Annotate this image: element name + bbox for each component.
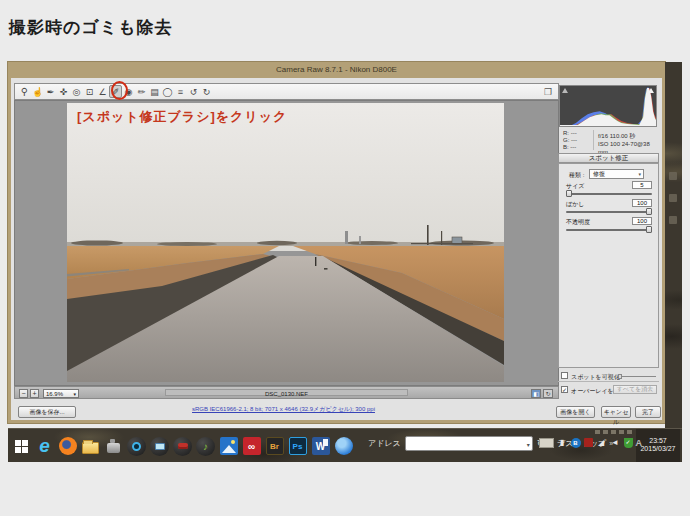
desktop-icon[interactable] (669, 172, 677, 180)
before-after-icon[interactable]: ◧ (531, 389, 541, 398)
taskbar-clock[interactable]: 23:57 2015/03/27 (636, 429, 680, 462)
pen-tray-icon[interactable]: ▮ (557, 437, 568, 448)
preview-statusbar: − + ▾16.9% DSC_0130.NEF ◧ ↻ (14, 386, 559, 399)
taskbar-media-player[interactable] (125, 433, 148, 459)
graduated-filter-tool-icon[interactable]: ▤ (148, 85, 161, 98)
clock-date: 2015/03/27 (636, 445, 680, 453)
radial-filter-tool-icon[interactable]: ◯ (161, 85, 174, 98)
fullscreen-toggle-icon[interactable]: ❐ (542, 86, 554, 98)
desktop-wallpaper (665, 62, 682, 428)
taskbar-file-explorer[interactable] (79, 433, 102, 459)
color-sampler-tool-icon[interactable]: ✜ (57, 85, 70, 98)
preferences-icon[interactable]: ≡ (174, 85, 187, 98)
folder-icon (82, 442, 99, 454)
divider (558, 381, 659, 382)
zoom-level-select[interactable]: ▾16.9% (43, 389, 79, 398)
zoom-tool-icon[interactable]: ⚲ (18, 85, 31, 98)
taskbar-photos-app[interactable] (217, 433, 240, 459)
clock-time: 23:57 (636, 437, 680, 445)
network-icon[interactable]: ◢ (596, 437, 607, 448)
save-image-button[interactable]: 画像を保存... (18, 406, 76, 418)
window-body: ⚲ ☝ ✒ ✜ ◎ ⊡ ∠ ✐ ◉ ✏ ▤ ◯ ≡ ↺ ↻ ❐ (11, 78, 662, 420)
done-button[interactable]: 完了 (635, 406, 661, 418)
touch-keyboard-icon[interactable] (539, 438, 554, 448)
targeted-adjustment-tool-icon[interactable]: ◎ (70, 85, 83, 98)
start-button[interactable] (10, 433, 33, 459)
visualize-spots-row: スポットを可視化 (558, 371, 659, 381)
page-title: 撮影時のゴミも除去 (9, 16, 173, 39)
iso-readout: ISO 100 (598, 141, 620, 147)
straighten-tool-icon[interactable]: ∠ (96, 85, 109, 98)
rotate-left-icon[interactable]: ↺ (187, 85, 200, 98)
firefox-icon (59, 437, 77, 455)
open-image-button[interactable]: 画像を開く (556, 406, 595, 418)
type-dropdown[interactable]: ▾修復 (589, 169, 644, 179)
chevron-down-icon[interactable]: ▾ (527, 441, 530, 448)
windows-logo-icon (15, 440, 28, 453)
cancel-button[interactable]: キャンセル (601, 406, 631, 418)
clear-all-button[interactable]: すべてを消去 (613, 385, 657, 394)
workflow-options-link[interactable]: sRGB IEC61966-2.1; 8 bit; 7071 x 4646 (3… (11, 405, 556, 414)
size-value[interactable]: 5 (632, 181, 652, 189)
opacity-slider[interactable] (566, 229, 652, 231)
chevron-down-icon: ▾ (73, 390, 76, 398)
size-slider[interactable] (566, 193, 652, 195)
music-note-icon: ♪ (196, 437, 215, 456)
camera-icon (107, 443, 120, 453)
monitor-icon (150, 437, 169, 456)
visualize-threshold-handle[interactable] (618, 374, 622, 379)
taskbar-music-app[interactable]: ♪ (194, 433, 217, 459)
preview-cycle-icon[interactable]: ↻ (543, 389, 553, 398)
exif-readout: R: --- G: --- B: --- f/16 110.00 秒 ISO 1… (559, 129, 657, 151)
visualize-threshold-slider[interactable] (618, 376, 656, 377)
address-input[interactable]: ▾ (405, 436, 533, 451)
taskbar-word[interactable]: W (309, 433, 332, 459)
address-label: アドレス (368, 438, 401, 449)
size-slider-handle[interactable] (566, 190, 572, 197)
taskbar-browser-globe[interactable] (332, 433, 355, 459)
taskbar-display-app[interactable] (148, 433, 171, 459)
taskbar-firefox[interactable] (56, 433, 79, 459)
red-media-icon (173, 437, 192, 456)
opacity-label: 不透明度 (566, 218, 590, 227)
annotation-text: [スポット修正ブラシ]をクリック (77, 108, 287, 126)
photo-canvas[interactable] (67, 103, 504, 382)
visualize-spots-checkbox[interactable] (561, 372, 568, 379)
feather-value[interactable]: 100 (632, 199, 652, 207)
volume-icon[interactable]: ◄ (610, 437, 621, 448)
zoom-out-button[interactable]: − (19, 389, 28, 398)
update-tray-icon[interactable] (584, 438, 593, 447)
preview-area: [スポット修正ブラシ]をクリック (14, 100, 559, 386)
opacity-value[interactable]: 100 (632, 217, 652, 225)
disc-icon (127, 437, 146, 456)
taskbar-photoshop[interactable]: Ps (286, 433, 309, 459)
zoom-in-button[interactable]: + (30, 389, 39, 398)
bridge-icon: Br (266, 437, 284, 455)
feather-slider[interactable] (566, 211, 652, 213)
preview-mode-controls: ◧ ↻ (531, 389, 553, 398)
chevron-down-icon: ▾ (638, 170, 641, 178)
crop-tool-icon[interactable]: ⊡ (83, 85, 96, 98)
feather-slider-handle[interactable] (646, 208, 652, 215)
desktop-icon[interactable] (669, 216, 677, 224)
taskbar-viewer-app[interactable] (102, 433, 125, 459)
shadow-clip-icon[interactable] (562, 88, 568, 93)
photos-icon (220, 437, 238, 455)
taskbar-media-red-app[interactable] (171, 433, 194, 459)
opacity-slider-handle[interactable] (646, 226, 652, 233)
feather-label: ぼかし (566, 200, 584, 209)
show-overlay-checkbox[interactable]: ✓ (561, 386, 568, 393)
security-shield-icon[interactable]: ✓ (624, 438, 633, 448)
rotate-right-icon[interactable]: ↻ (200, 85, 213, 98)
desktop-icon[interactable] (669, 194, 677, 202)
taskbar-creative-cloud[interactable]: ∞ (240, 433, 263, 459)
hand-tool-icon[interactable]: ☝ (31, 85, 44, 98)
spot-removal-panel: 種類 : ▾修復 サイズ 5 ぼかし 100 不透明度 100 (558, 163, 659, 368)
photoshop-icon: Ps (289, 437, 307, 455)
white-balance-tool-icon[interactable]: ✒ (44, 85, 57, 98)
adjustment-brush-tool-icon[interactable]: ✏ (135, 85, 148, 98)
bluetooth-icon[interactable]: B (571, 438, 581, 448)
taskbar-internet-explorer[interactable]: e (33, 433, 56, 459)
taskbar-bridge[interactable]: Br (263, 433, 286, 459)
highlight-clip-icon[interactable] (648, 88, 654, 93)
